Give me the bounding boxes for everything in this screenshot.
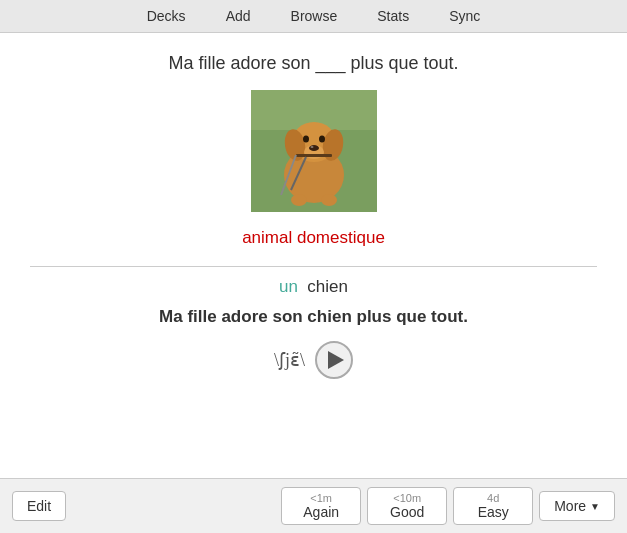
easy-label: Easy [478,504,509,520]
svg-point-8 [303,136,309,143]
good-time: <10m [393,492,421,504]
full-sentence: Ma fille adore son chien plus que tout. [159,307,468,327]
svg-point-15 [310,146,313,148]
play-button[interactable] [315,341,353,379]
divider [30,266,597,267]
nav-stats[interactable]: Stats [357,0,429,32]
dog-image [251,90,377,212]
more-label: More [554,498,586,514]
good-label: Good [390,504,424,520]
easy-time: 4d [487,492,499,504]
good-button[interactable]: <10m Good [367,487,447,525]
nav-add[interactable]: Add [206,0,271,32]
nav-sync[interactable]: Sync [429,0,500,32]
play-icon [328,351,344,369]
again-label: Again [303,504,339,520]
card-content: Ma fille adore son ___ plus que tout. [0,33,627,478]
noun: chien [307,277,348,296]
article: un [279,277,298,296]
svg-point-7 [309,145,319,151]
top-nav: Decks Add Browse Stats Sync [0,0,627,33]
more-button[interactable]: More ▼ [539,491,615,521]
svg-point-14 [321,194,337,206]
caret-icon: ▼ [590,501,600,512]
again-button[interactable]: <1m Again [281,487,361,525]
nav-decks[interactable]: Decks [127,0,206,32]
easy-button[interactable]: 4d Easy [453,487,533,525]
bottom-bar: Edit <1m Again <10m Good 4d Easy More ▼ [0,478,627,533]
nav-browse[interactable]: Browse [271,0,358,32]
question-text: Ma fille adore son ___ plus que tout. [168,53,458,74]
again-time: <1m [310,492,332,504]
answer-label: animal domestique [242,228,385,248]
audio-section: \ʃjɛ̃\ [274,341,353,379]
phonetic-text: \ʃjɛ̃\ [274,349,305,371]
svg-point-13 [291,194,307,206]
svg-point-9 [319,136,325,143]
answer-phrase: un chien [279,277,348,297]
svg-rect-10 [296,154,332,157]
edit-button[interactable]: Edit [12,491,66,521]
